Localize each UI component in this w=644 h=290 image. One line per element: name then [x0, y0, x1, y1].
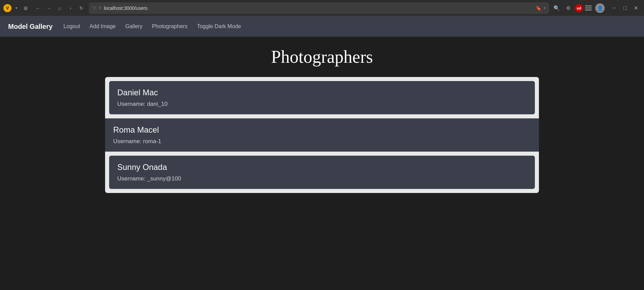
nav-logout[interactable]: Logout — [63, 23, 80, 30]
close-button[interactable]: ✕ — [631, 3, 641, 13]
browser-logo-icon: V — [3, 4, 12, 12]
list-item: Roma Macel Username: roma-1 — [105, 118, 539, 152]
search-button[interactable]: 🔍 — [552, 3, 561, 13]
bookmark-icon[interactable]: 🔖 — [536, 5, 541, 11]
sidebar-toggle-button[interactable]: ⊞ — [21, 3, 31, 13]
main-content: Photographers Daniel Mac Username: dani_… — [0, 37, 644, 290]
window-controls: − □ ✕ — [609, 3, 641, 13]
photographer-name-0: Daniel Mac — [117, 88, 527, 97]
list-item: Daniel Mac Username: dani_10 — [105, 77, 539, 118]
user-avatar[interactable]: 👤 — [595, 3, 605, 13]
settings-button[interactable]: ⚙ — [563, 3, 573, 13]
nav-toggle-dark-mode[interactable]: Toggle Dark Mode — [197, 23, 241, 30]
url-text: localhost:3000/users — [104, 5, 533, 11]
photographer-card-2: Sunny Onada Username: _sunny@100 — [109, 156, 535, 189]
photographer-username-1: Username: roma-1 — [113, 138, 531, 145]
list-item: Sunny Onada Username: _sunny@100 — [105, 152, 539, 193]
photographer-username-0: Username: dani_10 — [117, 101, 527, 108]
extension-ublock-icon[interactable]: ud — [575, 4, 583, 12]
address-bar[interactable]: 🛡 V localhost:3000/users 🔖 ▾ — [89, 2, 549, 14]
nav-add-image[interactable]: Add Image — [89, 23, 116, 30]
app-logo: Model Gallery — [8, 23, 53, 31]
browser-menu-dropdown[interactable]: ▾ — [14, 6, 18, 10]
browser-nav-controls: ← → ⌂ › ↻ — [33, 3, 86, 13]
app-navbar: Model Gallery Logout Add Image Gallery P… — [0, 16, 644, 37]
nav-photographers[interactable]: Photographers — [152, 23, 187, 30]
nav-gallery[interactable]: Gallery — [125, 23, 142, 30]
photographer-card-0: Daniel Mac Username: dani_10 — [109, 81, 535, 114]
photographer-name-1: Roma Macel — [113, 125, 531, 135]
photographer-name-2: Sunny Onada — [117, 162, 527, 172]
browser-right-controls: 🔍 ⚙ ud 👤 — [552, 3, 605, 13]
minimize-button[interactable]: − — [609, 3, 619, 13]
nav-links: Logout Add Image Gallery Photographers T… — [63, 23, 241, 30]
browser-chrome: V ▾ ⊞ ← → ⌂ › ↻ 🛡 V localhost:3000/users… — [0, 0, 644, 16]
photographers-list: Daniel Mac Username: dani_10 Roma Macel … — [105, 77, 539, 193]
browser-vendor-icon: V — [99, 6, 101, 10]
security-shield-icon: 🛡 — [92, 6, 96, 11]
photographer-username-2: Username: _sunny@100 — [117, 175, 527, 182]
address-dropdown-icon[interactable]: ▾ — [544, 6, 546, 10]
page-title: Photographers — [7, 47, 637, 67]
back-button[interactable]: ← — [33, 3, 43, 13]
extensions-icon[interactable] — [585, 4, 593, 12]
forward-nav-button[interactable]: › — [66, 3, 75, 13]
maximize-button[interactable]: □ — [620, 3, 630, 13]
home-button[interactable]: ⌂ — [55, 3, 64, 13]
forward-button[interactable]: → — [44, 3, 54, 13]
reload-button[interactable]: ↻ — [77, 3, 86, 13]
